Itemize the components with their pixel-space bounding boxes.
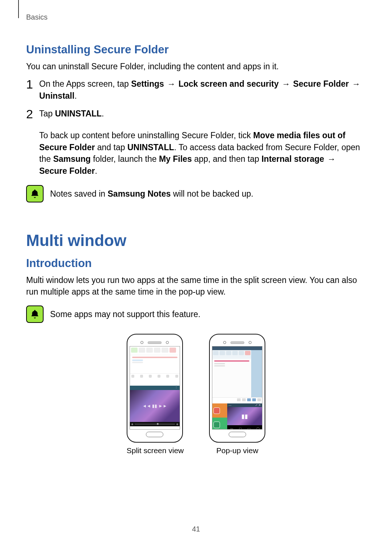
text: app, and then tap [194,154,259,164]
page-number: 41 [0,525,392,533]
figure-popup-view: —⤢ ✕ ▮▮ ⇦◻▭▢ Pop-up view [209,334,265,455]
step-2: 2 Tap UNINSTALL. To back up content befo… [26,108,366,177]
note-text: Notes saved in Samsung Notes will not be… [50,188,253,200]
heading-uninstalling-secure-folder: Uninstalling Secure Folder [26,43,366,56]
arrow-icon: → [326,154,336,164]
arrow-icon: → [281,79,291,89]
note-block: Some apps may not support this feature. [26,305,366,323]
note-text: Some apps may not support this feature. [50,308,200,320]
phone-mock-popup: —⤢ ✕ ▮▮ ⇦◻▭▢ [209,334,265,443]
text: and tap [97,143,125,152]
phone-mock-split: ◄◄ ▮▮ ►► [127,334,183,443]
step-1: 1 On the Apps screen, tap Settings → Loc… [26,78,366,102]
text: To back up content before uninstalling S… [39,131,251,140]
intro-text: Multi window lets you run two apps at th… [26,274,366,297]
section-header-label: Basics [26,11,366,21]
step-body: On the Apps screen, tap Settings → Lock … [39,78,366,102]
figures-row: ◄◄ ▮▮ ►► Split screen view [26,334,366,455]
emphasis: My Files [159,154,192,164]
text: Notes saved in [50,189,105,198]
note-bell-icon [26,185,44,202]
figure-caption: Pop-up view [209,446,265,455]
emphasis: Lock screen and security [179,79,279,89]
emphasis: Internal storage [261,154,324,164]
intro-text: You can uninstall Secure Folder, includi… [26,61,366,72]
heading-introduction: Introduction [26,257,366,270]
arrow-icon: → [166,79,176,89]
arrow-icon: → [351,79,361,89]
heading-multi-window: Multi window [26,231,366,250]
figure-split-screen: ◄◄ ▮▮ ►► Split screen view [127,334,184,455]
text: Tap [39,109,53,118]
text: . [95,166,97,176]
text: folder, launch the [93,154,156,164]
emphasis: Secure Folder [39,166,95,176]
text: . [102,109,104,118]
emphasis: Samsung Notes [108,189,171,198]
note-bell-icon [26,305,44,323]
page-tab-indicator [18,0,19,18]
step-number: 2 [26,108,39,177]
step-number: 1 [26,78,39,102]
emphasis: Settings [131,79,164,89]
figure-caption: Split screen view [127,446,184,455]
text: On the Apps screen, tap [39,79,129,89]
emphasis: Uninstall [39,91,74,100]
emphasis: Samsung [53,154,91,164]
text: . [74,91,77,100]
emphasis: UNINSTALL [55,109,102,118]
text: will not be backed up. [173,189,253,198]
step-body: Tap UNINSTALL. To back up content before… [39,108,366,177]
emphasis: Secure Folder [293,79,349,89]
emphasis: UNINSTALL [127,143,174,152]
note-block: Notes saved in Samsung Notes will not be… [26,185,366,202]
